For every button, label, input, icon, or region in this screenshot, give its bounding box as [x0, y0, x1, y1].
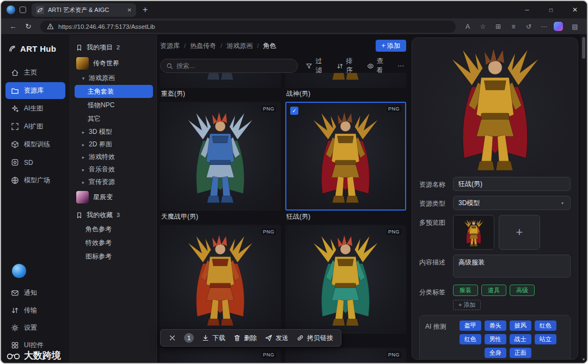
sidebar-item-ai-expand[interactable]: AI扩图 — [5, 118, 65, 135]
more-options-icon[interactable]: ⋯ — [397, 62, 404, 70]
sort-button[interactable]: 排序 — [336, 57, 357, 75]
tree-group-3d-models[interactable]: ▸ 3D 模型 — [74, 126, 154, 138]
sidebar-item-transfer[interactable]: 传输 — [5, 302, 65, 319]
url-bar[interactable]: https://10.246.46.77:5173/AssetLib — [40, 21, 456, 33]
refresh-icon[interactable]: ↻ — [22, 22, 35, 30]
new-tab-button[interactable]: + — [143, 5, 148, 15]
filter-label: 过滤 — [315, 57, 326, 75]
ai-tag[interactable]: 全身 — [485, 348, 506, 358]
description-textarea[interactable]: 高级服装 — [453, 255, 571, 277]
history-icon[interactable]: ↺ — [522, 23, 535, 30]
ai-tag[interactable]: 男性 — [485, 334, 506, 344]
tree-item-fx-ref[interactable]: 特效参考 — [75, 236, 153, 249]
breadcrumb-item[interactable]: 热血传奇 — [190, 41, 216, 51]
sidebar-item-asset-library[interactable]: 资源库 — [5, 82, 65, 99]
favorite-star-icon[interactable]: ☆ — [476, 23, 489, 30]
tree-project-legend[interactable]: 传奇世界 — [74, 54, 154, 72]
category-tag[interactable]: 道具 — [481, 285, 506, 296]
user-avatar[interactable] — [12, 264, 26, 278]
tree-group-audio[interactable]: ▸ 音乐音效 — [74, 163, 154, 176]
my-projects-header[interactable]: 我的项目 2 — [74, 40, 154, 54]
asset-thumbnail — [311, 73, 380, 82]
asset-thumbnail — [311, 230, 380, 328]
page-scrollbar[interactable]: ▼ — [580, 35, 587, 363]
tree-item-monster-npc[interactable]: 怪物NPC — [75, 98, 153, 112]
asset-card[interactable]: PNG — [285, 225, 406, 346]
add-tag-button[interactable]: + 添加 — [453, 300, 481, 310]
scroll-down-arrow-icon[interactable]: ▼ — [580, 357, 587, 361]
breadcrumb-separator: / — [257, 42, 259, 49]
copilot-icon[interactable] — [554, 22, 563, 31]
selected-checkbox[interactable]: ✓ — [290, 107, 298, 115]
sidebar-item-model-plaza[interactable]: 模型广场 — [5, 172, 65, 189]
resource-name-input[interactable] — [453, 177, 571, 191]
download-button[interactable]: 下载 — [201, 334, 225, 343]
sidebar-toggle-icon[interactable]: ▤ — [568, 23, 581, 30]
sidebar-item-ai-image[interactable]: AI生图 — [5, 100, 65, 117]
tree-group-game-art[interactable]: ▾ 游戏原画 — [74, 72, 154, 84]
asset-card[interactable]: PNG 战神(男) — [285, 73, 406, 100]
workspaces-icon[interactable] — [20, 7, 26, 13]
browser-tool-icon[interactable]: ⊞ — [492, 23, 505, 30]
breadcrumb-item[interactable]: 游戏原画 — [226, 41, 253, 51]
category-tags-label: 分类标签 — [419, 285, 453, 310]
browser-logo-icon[interactable] — [7, 5, 15, 14]
breadcrumb-item[interactable]: 资源库 — [160, 41, 180, 51]
resource-type-select[interactable]: 3D模型 ▾ — [453, 196, 571, 210]
tree-item-icon-ref[interactable]: 图标参考 — [75, 250, 153, 263]
read-aloud-icon[interactable]: A — [461, 23, 474, 30]
asset-card[interactable]: PNG — [285, 348, 406, 363]
asset-card[interactable]: PNG 重盔(男) — [160, 73, 281, 100]
tree-item-hero-suits[interactable]: 主角套装 — [75, 85, 153, 98]
maximize-button[interactable]: □ — [539, 1, 563, 18]
filter-button[interactable]: 过滤 — [305, 57, 326, 75]
copy-link-button[interactable]: 拷贝链接 — [296, 334, 333, 343]
sidebar-item-home[interactable]: 主页 — [5, 64, 65, 81]
close-button[interactable]: ✕ — [563, 1, 587, 18]
tree-project-star[interactable]: 星辰变 — [74, 188, 154, 206]
plus-icon: + — [516, 225, 523, 239]
asset-card[interactable]: PNG 天魔战甲(男) — [160, 102, 281, 223]
sidebar-item-notifications[interactable]: 通知 — [5, 285, 65, 301]
ai-tag[interactable]: 正面 — [510, 348, 531, 358]
add-preview-tile[interactable]: + — [499, 215, 540, 250]
asset-card[interactable]: PNG — [160, 348, 281, 363]
tab-close-icon[interactable]: ✕ — [127, 7, 132, 13]
ai-tag[interactable]: 披风 — [510, 320, 531, 331]
collections-icon[interactable]: ≡ — [507, 23, 520, 30]
sidebar-item-ui-widgets[interactable]: UI控件 — [5, 337, 65, 354]
clear-selection-icon[interactable] — [168, 334, 176, 342]
tree-group-promo[interactable]: ▸ 宣传资源 — [74, 176, 154, 188]
asset-card-selected[interactable]: ✓ PNG 狂战(男) — [285, 102, 406, 223]
asset-card[interactable]: PNG — [160, 225, 281, 346]
view-button[interactable]: 查看 — [367, 57, 388, 75]
browser-tab[interactable]: ARTI 艺术资产 & AIGC ✕ — [32, 3, 136, 17]
tree-item-other[interactable]: 其它 — [75, 112, 153, 125]
asset-thumbnail — [186, 73, 255, 82]
category-tag[interactable]: 高级 — [510, 285, 535, 296]
tree-group-2d-ui[interactable]: ▸ 2D 界面 — [74, 138, 154, 151]
sidebar-item-settings[interactable]: 设置 — [5, 319, 65, 336]
preview-thumbnail-tile[interactable] — [453, 215, 494, 250]
chevron-down-icon: ▾ — [560, 201, 565, 206]
minimize-button[interactable]: ─ — [515, 1, 539, 18]
add-asset-button[interactable]: + 添加 — [376, 40, 406, 52]
send-button[interactable]: 发送 — [265, 334, 289, 343]
tree-item-character-ref[interactable]: 角色参考 — [75, 223, 153, 236]
delete-button[interactable]: 删除 — [233, 334, 257, 343]
ai-tag[interactable]: 兽头 — [485, 320, 506, 331]
search-input[interactable] — [176, 62, 292, 70]
back-icon[interactable]: ← — [7, 22, 20, 30]
tree-group-game-fx[interactable]: ▸ 游戏特效 — [74, 151, 154, 163]
sidebar-item-sd[interactable]: SD — [5, 154, 65, 171]
category-tag[interactable]: 服装 — [453, 285, 478, 296]
ai-tag[interactable]: 盔甲 — [460, 320, 481, 331]
scrollbar-thumb[interactable] — [582, 37, 585, 59]
ai-tag[interactable]: 红色 — [460, 334, 481, 344]
ai-tag[interactable]: 战士 — [510, 334, 531, 344]
more-menu-icon[interactable]: ⋯ — [537, 23, 550, 30]
my-favorites-header[interactable]: 我的收藏 3 — [74, 208, 154, 222]
ai-tag[interactable]: 红色 — [535, 320, 556, 331]
ai-tag[interactable]: 站立 — [535, 334, 556, 344]
sidebar-item-model-training[interactable]: 模型训练 — [5, 136, 65, 153]
